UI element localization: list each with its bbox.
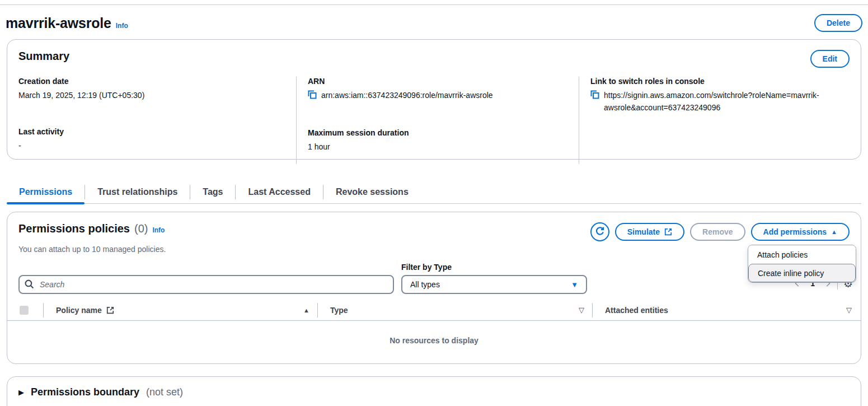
attached-entities-header-label: Attached entities [605,306,668,315]
caret-down-icon: ▼ [571,281,578,288]
policies-info-link[interactable]: Info [152,226,165,234]
summary-column-1: Creation date March 19, 2025, 12:19 (UTC… [7,77,296,164]
switch-link-value: https://signin.aws.amazon.com/switchrole… [604,89,850,114]
simulate-button[interactable]: Simulate [615,223,684,241]
policies-controls: Filter by Type All types ▼ 1 ⚙ [7,263,861,294]
external-link-icon [106,306,114,314]
policies-actions: Simulate Remove Add permissions ▲ [590,222,850,241]
policies-subtitle: You can attach up to 10 managed policies… [7,241,861,254]
permissions-boundary-status: (not set) [146,386,183,398]
type-filter-select[interactable]: All types ▼ [401,275,587,294]
top-divider [0,4,868,5]
refresh-icon [595,226,605,238]
column-header-attached-entities[interactable]: Attached entities ▽ [593,306,861,315]
permissions-policies-card: Permissions policies (0) Info Simulate [7,212,861,364]
delete-button[interactable]: Delete [814,14,862,32]
policies-table-header: Policy name ▲ Type ▽ Attached entities ▽ [7,300,861,321]
summary-column-2: ARN arn:aws:iam::637423249096:role/mavrr… [296,77,579,164]
arn-label: ARN [308,77,567,86]
tab-tags[interactable]: Tags [190,180,235,203]
permissions-boundary-card: ▶ Permissions boundary (not set) [7,376,861,406]
sort-icon[interactable]: ▽ [579,306,584,314]
page-header: mavrrik-awsrole Info Delete [6,12,862,34]
expand-right-icon: ▶ [18,388,24,396]
summary-column-3: Link to switch roles in console https://… [579,77,861,164]
refresh-button[interactable] [590,222,609,241]
type-filter-value: All types [410,280,440,289]
select-all-checkbox[interactable] [20,306,29,315]
max-session-field: Maximum session duration 1 hour [308,128,567,153]
policies-title: Permissions policies [18,222,130,235]
filter-group: Filter by Type All types ▼ [401,263,587,294]
last-activity-label: Last activity [18,127,285,136]
menu-item-attach-policies[interactable]: Attach policies [748,245,856,264]
switch-link-field: Link to switch roles in console https://… [590,77,850,114]
tab-trust-relationships[interactable]: Trust relationships [85,180,190,203]
add-permissions-menu: Attach policies Create inline policy [748,245,856,283]
permissions-boundary-toggle[interactable]: ▶ Permissions boundary (not set) [7,377,861,406]
column-header-policy-name[interactable]: Policy name ▲ [44,306,317,315]
last-activity-value: - [18,139,285,152]
remove-button[interactable]: Remove [690,223,745,241]
sort-ascending-icon[interactable]: ▲ [303,307,309,314]
add-permissions-button[interactable]: Add permissions ▲ [751,223,850,241]
filter-label: Filter by Type [401,263,587,272]
arn-value: arn:aws:iam::637423249096:role/mavrrik-a… [321,89,493,101]
role-tabs: Permissions Trust relationships Tags Las… [7,180,861,204]
max-session-label: Maximum session duration [308,128,567,137]
sort-icon[interactable]: ▽ [846,306,852,314]
creation-date-value: March 19, 2025, 12:19 (UTC+05:30) [18,89,285,101]
policies-count: (0) [134,222,148,235]
arn-field: ARN arn:aws:iam::637423249096:role/mavrr… [308,77,567,102]
search-icon [25,279,34,291]
search-box [18,275,394,294]
title-info-link[interactable]: Info [116,22,128,30]
copy-icon[interactable] [308,90,317,102]
edit-button[interactable]: Edit [810,50,850,68]
add-permissions-label: Add permissions [763,227,827,236]
max-session-value: 1 hour [308,141,567,153]
tab-revoke-sessions[interactable]: Revoke sessions [323,180,421,203]
switch-link-label: Link to switch roles in console [590,77,850,86]
menu-item-create-inline-policy[interactable]: Create inline policy [748,264,856,282]
page-title: mavrrik-awsrole [6,15,111,31]
policy-name-header-label: Policy name [56,306,102,315]
summary-card: Summary Edit Creation date March 19, 202… [7,39,861,160]
type-header-label: Type [330,306,348,315]
tab-permissions[interactable]: Permissions [7,180,85,203]
simulate-button-label: Simulate [627,227,660,236]
caret-up-icon: ▲ [831,229,837,235]
creation-date-field: Creation date March 19, 2025, 12:19 (UTC… [18,77,285,101]
copy-icon[interactable] [590,90,599,102]
summary-title: Summary [18,50,69,63]
tab-last-accessed[interactable]: Last Accessed [236,180,322,203]
summary-grid: Creation date March 19, 2025, 12:19 (UTC… [7,77,861,164]
creation-date-label: Creation date [18,77,285,86]
search-input[interactable] [18,275,394,294]
permissions-boundary-title: Permissions boundary [31,386,139,398]
external-link-icon [664,228,672,236]
empty-state-message: No resources to display [390,336,478,345]
last-activity-field: Last activity - [18,127,285,152]
column-header-type[interactable]: Type ▽ [318,306,592,315]
empty-state: No resources to display [7,321,861,360]
